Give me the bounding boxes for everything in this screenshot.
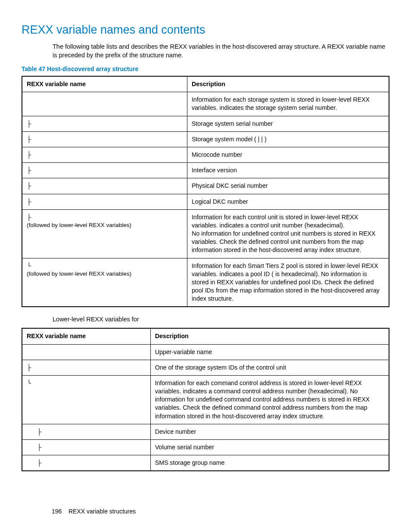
table-row: ├Device number [22, 424, 389, 439]
cell-desc: Storage system model ( | | ) [187, 131, 389, 147]
cell-desc: Logical DKC number [187, 194, 389, 209]
cell-name: ├ [22, 116, 187, 131]
table-row: ├Microcode number [22, 147, 389, 162]
page-footer: 196 REXX variable structures [52, 508, 136, 515]
col-header-desc: Description [187, 76, 389, 92]
table-caption: Table 47 Host-discovered array structure [22, 65, 389, 72]
cell-desc: Physical DKC serial number [187, 178, 389, 194]
table-lower-level: REXX variable name Description Upper-var… [22, 328, 389, 471]
cell-desc: One of the storage system IDs of the con… [150, 360, 389, 375]
table-row: └Information for each command control ad… [22, 375, 389, 424]
table-row: Upper-variable name [22, 344, 389, 360]
cell-desc: Storage system serial number [187, 116, 389, 131]
col-header-desc: Description [150, 328, 389, 344]
cell-name: └(followed by lower-level REXX variables… [22, 258, 187, 307]
subheading: Lower-level REXX variables for [53, 316, 389, 323]
table-row: ├Physical DKC serial number [22, 178, 389, 194]
table-row: ├SMS storage group name [22, 455, 389, 471]
cell-name: ├ [22, 360, 150, 375]
cell-desc: SMS storage group name [150, 455, 389, 471]
cell-name: ├ [22, 178, 187, 194]
cell-desc: Information for each Smart Tiers Z pool … [187, 258, 389, 307]
table-row: Information for each storage system is s… [22, 92, 389, 116]
cell-desc: Interface version [187, 163, 389, 178]
cell-name [22, 344, 150, 360]
cell-name [22, 92, 187, 116]
cell-desc: Microcode number [187, 147, 389, 162]
cell-desc: Volume serial number [150, 439, 389, 455]
cell-desc: Device number [150, 424, 389, 439]
table-row: ├(followed by lower-level REXX variables… [22, 209, 389, 258]
cell-name: └ [22, 375, 150, 424]
table-row: └(followed by lower-level REXX variables… [22, 258, 389, 307]
cell-name: ├ [22, 439, 150, 455]
cell-desc: Information for each storage system is s… [187, 92, 389, 116]
col-header-name: REXX variable name [22, 328, 150, 344]
cell-name: ├ [22, 163, 187, 178]
intro-text: The following table lists and describes … [53, 43, 389, 59]
table-row: ├Interface version [22, 163, 389, 178]
cell-name: ├ [22, 147, 187, 162]
table-host-discovered: REXX variable name Description Informati… [22, 76, 389, 307]
col-header-name: REXX variable name [22, 76, 187, 92]
table-row: ├Logical DKC number [22, 194, 389, 209]
table-row: ├One of the storage system IDs of the co… [22, 360, 389, 375]
cell-name: ├(followed by lower-level REXX variables… [22, 209, 187, 258]
table-row: ├Storage system serial number [22, 116, 389, 131]
cell-name: ├ [22, 131, 187, 147]
page-number: 196 [52, 508, 62, 515]
cell-desc: Information for each command control add… [150, 375, 389, 424]
footer-title: REXX variable structures [68, 508, 136, 515]
page-title: REXX variable names and contents [22, 23, 389, 37]
cell-desc: Information for each control unit is sto… [187, 209, 389, 258]
cell-name: ├ [22, 424, 150, 439]
table-row: ├Volume serial number [22, 439, 389, 455]
table-row: ├Storage system model ( | | ) [22, 131, 389, 147]
cell-name: ├ [22, 455, 150, 471]
cell-desc: Upper-variable name [150, 344, 389, 360]
cell-name: ├ [22, 194, 187, 209]
